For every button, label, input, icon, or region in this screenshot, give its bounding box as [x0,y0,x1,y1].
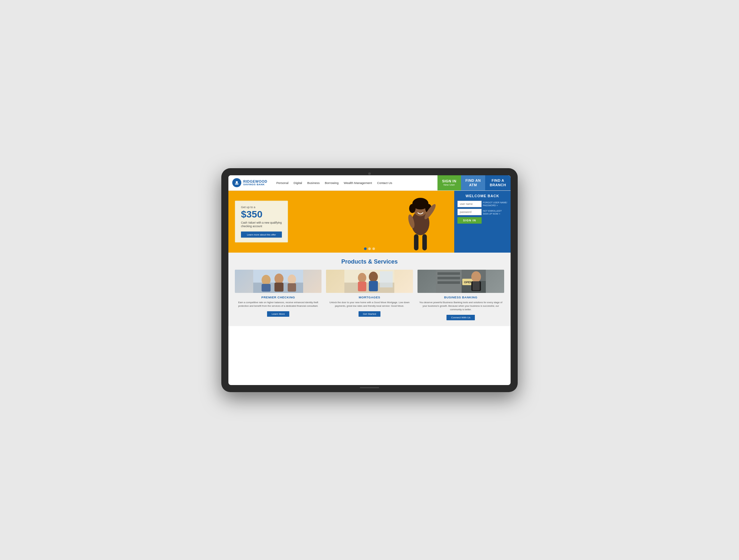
nav-personal[interactable]: Personal [274,181,291,185]
not-enrolled-link[interactable]: NOT ENROLLED?SIGN UP NOW > [483,209,507,215]
header-actions: SIGN IN New User FIND AN ATM FIND A BRAN… [437,175,510,190]
svg-rect-29 [437,272,460,275]
svg-rect-16 [275,283,284,292]
svg-rect-1 [235,183,239,184]
promo-prefix: Get up to a [241,205,282,208]
panel-row: SIGN IN FORGOT USER NAME/PASSWORD > NOT … [457,200,507,224]
find-branch-button[interactable]: FIND A BRANCH [485,175,510,190]
promo-amount: $350 [241,209,282,219]
hero-illustration [395,191,453,253]
card-checking-desc: Earn a competitive rate on higher balanc… [235,301,321,308]
find-branch-label2: BRANCH [490,183,506,187]
card-mortgages-desc: Unlock the door to your new home with a … [326,301,413,308]
carousel-dot-2[interactable] [368,248,371,250]
products-title: Products & Services [235,258,504,265]
svg-rect-22 [358,282,366,291]
nav-business[interactable]: Business [305,181,322,185]
tablet-camera [368,172,371,175]
product-card-mortgages: MORTGAGES Unlock the door to your new ho… [326,270,413,321]
nav-borrowing[interactable]: Borrowing [322,181,341,185]
find-branch-label1: FIND A [491,178,504,183]
svg-point-15 [275,274,284,284]
hero-section: Get up to a $350 Cash Value! with a new … [229,191,510,253]
product-image-checking [235,270,321,293]
product-image-mortgages [326,270,413,293]
svg-rect-25 [380,271,393,287]
carousel-dot-1[interactable] [364,248,366,250]
logo-savings-bank: SAVINGS BANK [243,183,267,186]
main-nav: Personal Digital Business Borrowing Weal… [271,175,437,190]
sign-in-label: SIGN IN [442,179,456,183]
learn-more-button[interactable]: Learn more about this offer [241,232,282,238]
product-card-checking: PREMIER CHECKING Earn a competitive rate… [235,270,321,321]
card-business-title: BUSINESS BANKING [418,295,504,299]
sign-in-button[interactable]: SIGN IN New User [437,175,461,190]
svg-point-0 [236,181,238,183]
svg-rect-36 [473,281,480,290]
card-mortgages-title: MORTGAGES [326,295,413,299]
products-grid: PREMIER CHECKING Earn a competitive rate… [235,270,504,321]
tablet-speaker [360,387,379,388]
svg-point-34 [471,271,481,282]
promo-description: Cash Value! with a new qualifying checki… [241,221,282,229]
bank-logo-icon [232,178,241,187]
hero-content: Get up to a $350 Cash Value! with a new … [235,200,288,243]
sign-in-sublabel: New User [444,183,455,186]
svg-point-21 [358,273,366,283]
carousel-dot-3[interactable] [373,248,375,250]
carousel-dots [364,248,375,250]
product-image-business: OPEN [418,270,504,293]
panel-left: SIGN IN [457,200,482,224]
tablet-screen: RIDGEWOOD SAVINGS BANK Personal Digital … [229,175,510,385]
username-input[interactable] [457,201,482,207]
nav-contact-us[interactable]: Contact Us [375,181,395,185]
nav-digital[interactable]: Digital [291,181,304,185]
welcome-sign-in-button[interactable]: SIGN IN [457,217,482,224]
svg-rect-18 [288,283,296,292]
logo-ridgewood: RIDGEWOOD [243,179,267,183]
svg-rect-14 [262,284,271,292]
logo-text: RIDGEWOOD SAVINGS BANK [243,179,267,186]
svg-rect-9 [414,234,419,250]
welcome-back-title: WELCOME BACK [457,194,507,198]
card-business-button[interactable]: Connect With Us [446,315,475,320]
svg-point-23 [369,272,378,282]
svg-point-5 [409,204,416,213]
product-card-business: OPEN BUSINESS BANKING You deserve powerf… [418,270,504,321]
card-checking-button[interactable]: Learn More [267,311,289,317]
panel-right: FORGOT USER NAME/PASSWORD > NOT ENROLLED… [483,200,507,224]
forgot-username-link[interactable]: FORGOT USER NAME/PASSWORD > [483,201,507,207]
find-atm-button[interactable]: FIND AN ATM [461,175,485,190]
tablet-frame: RIDGEWOOD SAVINGS BANK Personal Digital … [221,168,518,392]
find-atm-label2: ATM [469,183,477,187]
site-header: RIDGEWOOD SAVINGS BANK Personal Digital … [229,175,510,191]
svg-rect-10 [422,234,427,250]
svg-rect-30 [437,277,460,279]
card-checking-title: PREMIER CHECKING [235,295,321,299]
nav-wealth-management[interactable]: Wealth Management [341,181,375,185]
svg-point-13 [262,275,271,285]
svg-rect-24 [369,281,378,291]
logo-area: RIDGEWOOD SAVINGS BANK [229,175,271,190]
products-section: Products & Services [229,253,510,326]
card-mortgages-button[interactable]: Get Started [358,311,381,317]
welcome-back-panel: WELCOME BACK SIGN IN FORGOT USER NAME/PA… [454,191,510,253]
svg-point-17 [288,275,296,284]
card-business-desc: You deserve powerful Business Banking to… [418,301,504,312]
password-input[interactable] [457,209,482,215]
promo-box: Get up to a $350 Cash Value! with a new … [235,200,288,243]
svg-rect-31 [437,281,460,284]
svg-text:OPEN: OPEN [464,281,472,284]
find-atm-label1: FIND AN [465,178,481,183]
